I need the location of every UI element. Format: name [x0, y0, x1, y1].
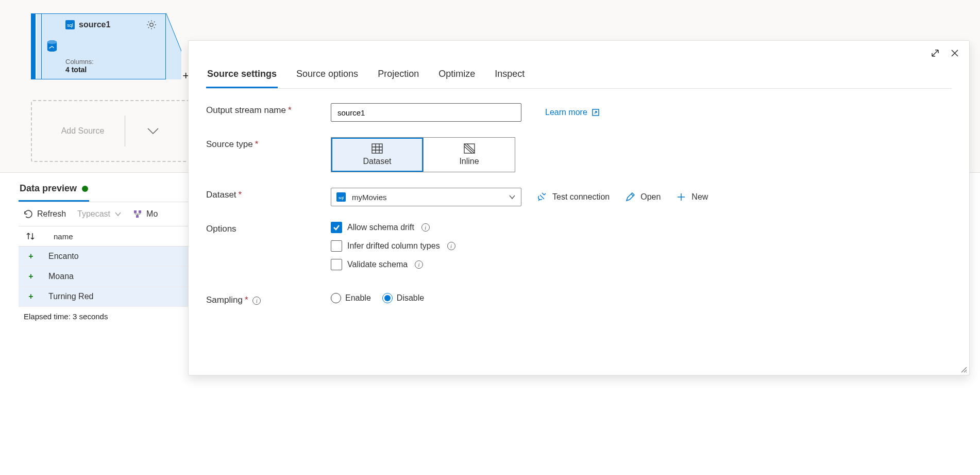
plug-icon	[537, 192, 547, 202]
test-connection-button[interactable]: Test connection	[537, 192, 610, 202]
svg-rect-9	[372, 144, 382, 153]
expand-row-icon[interactable]: +	[26, 272, 36, 281]
svg-text:sql: sql	[67, 23, 73, 28]
sampling-disable-radio[interactable]: Disable	[382, 293, 424, 303]
add-source-box[interactable]: Add Source	[31, 100, 191, 162]
svg-rect-5	[134, 210, 137, 213]
tab-source-settings[interactable]: Source settings	[206, 67, 278, 88]
cell-value: Moana	[48, 272, 74, 281]
external-link-icon	[592, 108, 600, 117]
info-icon[interactable]: i	[421, 223, 430, 232]
source-type-inline[interactable]: Inline	[423, 138, 515, 172]
validate-schema-checkbox[interactable]	[331, 259, 342, 270]
new-button[interactable]: New	[676, 192, 708, 202]
expand-icon[interactable]	[930, 48, 940, 58]
source-settings-flyout: Source settingsSource optionsProjectionO…	[188, 40, 970, 336]
allow-schema-drift-checkbox[interactable]	[331, 222, 342, 233]
columns-label: Columns:	[65, 58, 158, 65]
add-source-label: Add Source	[61, 126, 105, 136]
chevron-down-icon[interactable]	[146, 126, 160, 136]
svg-text:sql: sql	[339, 195, 344, 200]
svg-rect-6	[139, 210, 141, 213]
sampling-label: Sampling* i	[206, 293, 331, 305]
inline-icon	[464, 143, 475, 154]
info-icon[interactable]: i	[252, 297, 261, 305]
dataset-label: Dataset*	[206, 188, 331, 200]
dataset-select[interactable]: sql myMovies	[331, 188, 521, 206]
info-icon[interactable]: i	[415, 260, 423, 269]
sql-icon: sql	[336, 192, 346, 202]
modify-button[interactable]: Mo	[133, 209, 158, 219]
structure-icon	[133, 209, 142, 219]
sql-icon: sql	[65, 20, 75, 29]
refresh-button[interactable]: Refresh	[24, 209, 66, 219]
svg-point-1	[47, 40, 57, 44]
refresh-icon	[24, 209, 33, 219]
output-stream-label: Output stream name*	[206, 103, 331, 116]
sort-icon[interactable]	[26, 232, 35, 241]
source-type-dataset[interactable]: Dataset	[331, 138, 423, 172]
grid-icon	[371, 143, 383, 154]
info-icon[interactable]: i	[447, 242, 455, 250]
tab-source-options[interactable]: Source options	[295, 67, 359, 88]
gear-icon[interactable]	[146, 19, 157, 30]
infer-drifted-checkbox[interactable]	[331, 240, 342, 252]
typecast-button[interactable]: Typecast	[77, 209, 122, 219]
output-stream-input[interactable]	[331, 103, 521, 122]
source-title: source1	[79, 20, 110, 29]
options-label: Options	[206, 222, 331, 234]
column-name-header[interactable]: name	[43, 232, 73, 241]
sampling-enable-radio[interactable]: Enable	[331, 293, 371, 303]
expand-row-icon[interactable]: +	[26, 252, 36, 261]
expand-row-icon[interactable]: +	[26, 292, 36, 301]
cell-value: Turning Red	[48, 292, 93, 301]
database-icon	[46, 40, 58, 53]
learn-more-link[interactable]: Learn more	[545, 108, 600, 117]
tab-optimize[interactable]: Optimize	[437, 67, 476, 88]
tab-data-preview[interactable]: Data preview	[19, 178, 89, 202]
open-button[interactable]: Open	[625, 192, 661, 202]
status-indicator-icon	[82, 186, 88, 192]
source-type-label: Source type*	[206, 137, 331, 150]
close-icon[interactable]	[950, 48, 960, 58]
plus-icon	[676, 192, 686, 202]
tab-inspect[interactable]: Inspect	[494, 67, 526, 88]
chevron-down-icon	[114, 210, 122, 218]
columns-value: 4 total	[65, 65, 158, 74]
source-node[interactable]: sql source1 Columns: 4 total +	[31, 13, 166, 79]
chevron-down-icon	[509, 193, 516, 201]
tab-projection[interactable]: Projection	[377, 67, 420, 88]
edit-icon	[625, 192, 635, 202]
svg-point-4	[150, 23, 154, 27]
cell-value: Encanto	[48, 252, 79, 261]
